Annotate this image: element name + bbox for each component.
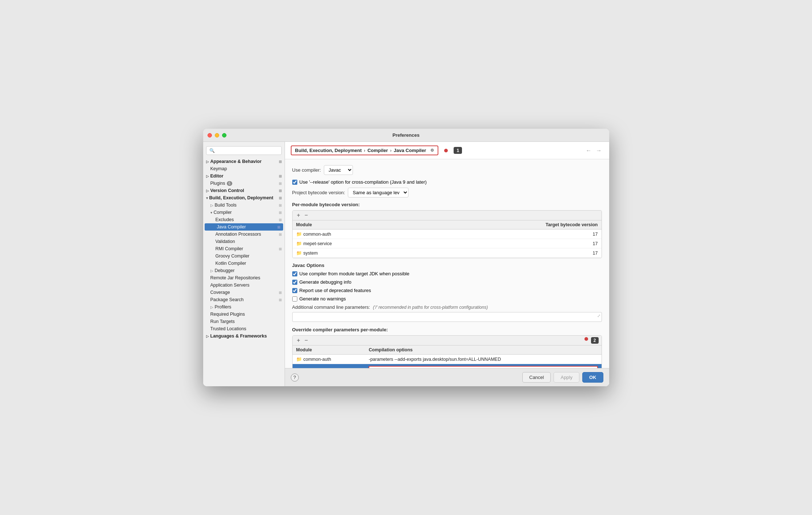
sidebar-item-version-control[interactable]: ▷ Version Control ⊞ xyxy=(203,187,285,194)
sidebar-item-groovy-compiler[interactable]: Groovy Compiler xyxy=(203,252,285,260)
sidebar-item-excludes[interactable]: Excludes ⊞ xyxy=(203,216,285,223)
sidebar-item-label: Version Control xyxy=(210,188,244,193)
override-table-toolbar: + − 2 xyxy=(293,336,602,346)
module-name: 📁common-auth xyxy=(293,229,422,239)
additional-cmd-input[interactable] xyxy=(292,312,602,322)
search-icon: 🔍 xyxy=(209,148,215,153)
plugins-badge: 6 xyxy=(227,181,233,186)
sidebar-item-profilers[interactable]: ▷ Profilers xyxy=(203,303,285,311)
breadcrumb-sep1: › xyxy=(364,148,365,153)
help-button[interactable]: ? xyxy=(291,374,299,382)
sidebar-item-build-exec-deploy[interactable]: ▾ Build, Execution, Deployment ⊞ xyxy=(203,194,285,201)
breadcrumb-sep2: › xyxy=(390,148,391,153)
main-content: 🔍 ▷ Appearance & Behavior ⊞ Keymap ▷ Edi… xyxy=(203,142,609,386)
no-warnings-checkbox[interactable] xyxy=(292,296,297,302)
sidebar-item-app-servers[interactable]: Application Servers xyxy=(203,282,285,289)
debug-label: Generate debugging info xyxy=(300,279,351,285)
sidebar-item-appearance[interactable]: ▷ Appearance & Behavior ⊞ xyxy=(203,158,285,165)
table-row[interactable]: 📁mepet-service -parameters --add-exports… xyxy=(293,364,602,368)
sidebar-item-coverage[interactable]: Coverage ⊞ xyxy=(203,289,285,296)
sidebar-item-build-tools[interactable]: ▷ Build Tools ⊞ xyxy=(203,201,285,209)
override-toolbar-wrapper: + − 2 xyxy=(293,336,602,346)
step1-badge: 1 xyxy=(454,147,462,154)
module-table: Module Target bytecode version 📁common-a… xyxy=(293,220,602,258)
step2-badge: 2 xyxy=(591,337,599,344)
sidebar-item-label: Build, Execution, Deployment xyxy=(209,195,273,200)
deprecated-checkbox[interactable] xyxy=(292,288,297,293)
remove-override-btn[interactable]: − xyxy=(303,337,309,344)
table-row[interactable]: 📁common-auth -parameters --add-exports j… xyxy=(293,355,602,364)
table-row[interactable]: 📁system 17 xyxy=(293,248,602,258)
sidebar-item-label: Remote Jar Repositories xyxy=(210,275,261,280)
folder-icon: 📁 xyxy=(296,232,302,237)
no-warnings-label: Generate no warnings xyxy=(300,296,346,302)
debug-checkbox[interactable] xyxy=(292,280,297,285)
arrow-icon: ▾ xyxy=(206,196,208,200)
sidebar-item-kotlin-compiler[interactable]: Kotlin Compiler xyxy=(203,260,285,267)
window-title: Preferences xyxy=(393,132,419,138)
sidebar-item-label: Run Targets xyxy=(210,319,235,324)
compiler-select-wrapper: Javac Eclipse xyxy=(324,165,353,175)
sidebar-item-run-targets[interactable]: Run Targets xyxy=(203,318,285,325)
sidebar-item-keymap[interactable]: Keymap xyxy=(203,165,285,172)
forward-arrow[interactable]: → xyxy=(595,147,603,154)
sidebar-item-remote-jar[interactable]: Remote Jar Repositories xyxy=(203,274,285,282)
add-module-btn[interactable]: + xyxy=(296,212,302,219)
search-input[interactable] xyxy=(216,148,278,153)
override-table-container: + − 2 Module Compilation options xyxy=(292,335,602,368)
folder-icon: 📁 xyxy=(296,251,302,256)
ext-icon: ⊞ xyxy=(279,174,282,178)
breadcrumb-java-compiler: Java Compiler xyxy=(394,148,426,153)
bytecode-version-label: Project bytecode version: xyxy=(292,190,345,195)
release-checkbox-row: Use '--release' option for cross-compila… xyxy=(292,179,602,185)
remove-module-btn[interactable]: − xyxy=(303,212,309,219)
table-row[interactable]: 📁mepet-service 17 xyxy=(293,239,602,248)
sidebar-item-rmi-compiler[interactable]: RMI Compiler ⊞ xyxy=(203,245,285,252)
table-row[interactable]: 📁common-auth 17 xyxy=(293,229,602,239)
minimize-button[interactable] xyxy=(215,133,219,137)
override-unsaved-dot xyxy=(584,337,588,341)
bottom-buttons: Cancel Apply OK xyxy=(522,372,603,383)
sidebar-item-editor[interactable]: ▷ Editor ⊞ xyxy=(203,172,285,180)
sidebar-item-required-plugins[interactable]: Required Plugins xyxy=(203,311,285,318)
sidebar-item-label: Java Compiler xyxy=(217,224,246,229)
arrow-icon: ▷ xyxy=(206,334,209,338)
sidebar-item-plugins[interactable]: Plugins 6 ⊞ xyxy=(203,180,285,187)
per-module-title: Per-module bytecode version: xyxy=(292,202,602,207)
sidebar-item-compiler[interactable]: ▾ Compiler ⊞ xyxy=(203,209,285,216)
ok-button[interactable]: OK xyxy=(582,372,603,383)
sidebar-item-validation[interactable]: Validation xyxy=(203,238,285,245)
ext-icon: ⊞ xyxy=(279,196,282,200)
sidebar-item-package-search[interactable]: Package Search ⊞ xyxy=(203,296,285,303)
nav-arrows: ← → xyxy=(584,147,603,154)
folder-icon: 📁 xyxy=(296,357,302,362)
compiler-select[interactable]: Javac Eclipse xyxy=(324,165,353,175)
cancel-button[interactable]: Cancel xyxy=(522,372,551,383)
compiler-module-checkbox[interactable] xyxy=(292,271,297,276)
deprecated-row: Report use of deprecated features xyxy=(292,288,602,293)
bytecode-version-select[interactable]: Same as language lev xyxy=(348,188,409,197)
release-checkbox[interactable] xyxy=(292,180,297,185)
module-table-toolbar: + − xyxy=(293,211,602,220)
sidebar-item-label: Appearance & Behavior xyxy=(210,159,262,164)
sidebar-item-java-compiler[interactable]: Java Compiler ⊞ xyxy=(205,223,283,231)
sidebar-item-annotation-processors[interactable]: Annotation Processors ⊞ xyxy=(203,231,285,238)
arrow-icon: ▷ xyxy=(206,189,209,193)
ext-icon: ⊞ xyxy=(279,181,282,185)
add-override-btn[interactable]: + xyxy=(296,337,302,344)
back-arrow[interactable]: ← xyxy=(584,147,593,154)
apply-button[interactable]: Apply xyxy=(554,372,579,383)
additional-cmd-container: Additional command line parameters: ('/'… xyxy=(292,304,602,310)
folder-icon: 📁 xyxy=(296,368,302,368)
additional-cmd-input-wrapper: ⤢ xyxy=(292,312,602,322)
ext-icon: ⊞ xyxy=(279,291,282,295)
sidebar-item-label: Keymap xyxy=(210,166,227,171)
search-box[interactable]: 🔍 xyxy=(206,146,282,155)
close-button[interactable] xyxy=(208,133,212,137)
sidebar-item-trusted-locations[interactable]: Trusted Locations xyxy=(203,325,285,332)
sidebar-item-label: RMI Compiler xyxy=(216,246,243,251)
maximize-button[interactable] xyxy=(222,133,226,137)
sidebar-item-debugger[interactable]: ▷ Debugger xyxy=(203,267,285,274)
module-version: 17 xyxy=(422,229,602,239)
sidebar-item-languages-frameworks[interactable]: ▷ Languages & Frameworks xyxy=(203,332,285,340)
